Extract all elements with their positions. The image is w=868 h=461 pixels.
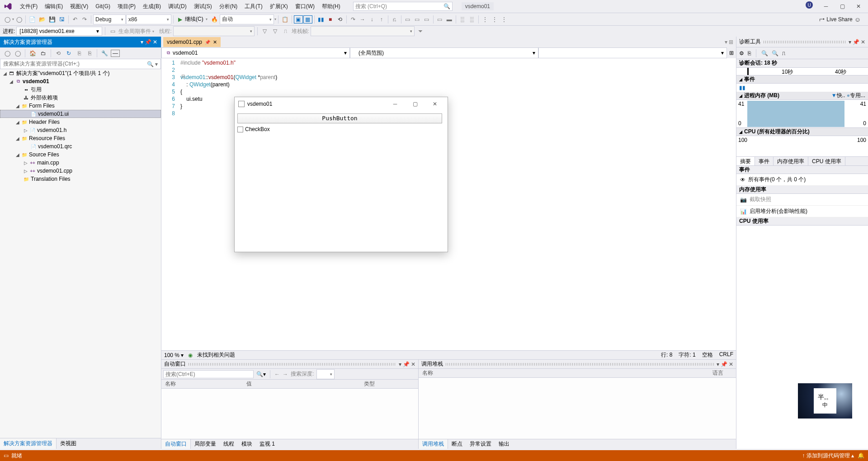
- tab-callstack[interactable]: 调用堆栈: [419, 439, 448, 449]
- nav-forward-icon[interactable]: ◯: [14, 14, 24, 24]
- resource-files-node[interactable]: Resource Files: [29, 135, 65, 141]
- project-node[interactable]: vsdemo01: [23, 78, 49, 85]
- tb-icon-m3[interactable]: ▭: [413, 14, 422, 24]
- sln-refresh-icon[interactable]: ↻: [64, 48, 73, 58]
- sln-i1-icon[interactable]: ⟲: [54, 48, 63, 58]
- col-type[interactable]: 类型: [360, 380, 378, 388]
- close-icon[interactable]: ✕: [411, 361, 415, 367]
- qrc-file[interactable]: vsdemo01.qrc: [38, 143, 72, 150]
- redo-icon[interactable]: ↷: [80, 14, 89, 24]
- tb-icon-m2[interactable]: ▭: [403, 14, 412, 24]
- restore-button[interactable]: ▢: [835, 1, 850, 11]
- app-close-button[interactable]: ✕: [426, 101, 444, 107]
- tb-icon-m1[interactable]: ⎌: [390, 14, 399, 24]
- undo-icon[interactable]: ↶: [71, 14, 80, 24]
- diag-tab-mem[interactable]: 内存使用率: [774, 157, 808, 165]
- menu-file[interactable]: 文件(F): [16, 1, 41, 12]
- refs-node[interactable]: 引用: [31, 86, 42, 94]
- notifications-icon[interactable]: 🔔: [858, 452, 864, 459]
- zoom-combo[interactable]: 100 % ▾: [164, 352, 184, 358]
- dropdown-icon[interactable]: ▾: [849, 39, 851, 45]
- checkbox-input[interactable]: [237, 127, 243, 132]
- menu-tools[interactable]: 工具(T): [241, 1, 266, 12]
- memory-chart[interactable]: 41 41 0 0: [736, 100, 868, 128]
- dropdown-icon[interactable]: ▾: [717, 361, 719, 367]
- app-maximize-button[interactable]: ▢: [406, 101, 424, 107]
- menu-edit[interactable]: 编辑(E): [41, 1, 66, 12]
- sln-scope-icon[interactable]: 🗀: [39, 48, 48, 58]
- save-all-icon[interactable]: 🖫: [57, 14, 66, 24]
- add-source-control[interactable]: ↑ 添加到源代码管理 ▴: [802, 452, 854, 460]
- zoom-out-icon[interactable]: 🔍: [772, 50, 778, 56]
- callstack-body[interactable]: [419, 378, 736, 439]
- close-icon[interactable]: ✕: [729, 361, 733, 367]
- close-panel-icon[interactable]: ✕: [153, 39, 157, 45]
- tb-icon-m4[interactable]: ▭: [422, 14, 431, 24]
- menu-analyze[interactable]: 分析(N): [216, 1, 241, 12]
- source-files-node[interactable]: Source Files: [29, 151, 59, 158]
- main-cpp-file[interactable]: main.cpp: [37, 160, 59, 166]
- nav-project-combo[interactable]: ⧉vsdemo01▾: [161, 47, 350, 58]
- dropdown-icon[interactable]: ▾: [399, 361, 401, 367]
- sln-props-icon[interactable]: 🔧: [100, 48, 109, 58]
- nav-scope-combo[interactable]: (全局范围)▾: [350, 47, 538, 58]
- cpu-chart[interactable]: 100 100: [736, 136, 868, 157]
- restart-icon[interactable]: ⟲: [335, 14, 344, 24]
- menu-debug[interactable]: 调试(D): [165, 1, 190, 12]
- sln-back-icon[interactable]: ◯: [3, 48, 12, 58]
- nav-back-icon[interactable]: ←: [274, 371, 280, 377]
- auto-combo[interactable]: 自动▾: [220, 14, 274, 24]
- fold-icon[interactable]: ⊟: [181, 74, 185, 79]
- select-tool-icon[interactable]: ⎘: [748, 50, 751, 56]
- tab-threads[interactable]: 线程: [220, 439, 238, 449]
- header-h-file[interactable]: vsdemo01.h: [37, 127, 66, 133]
- tab-autos[interactable]: 自动窗口: [161, 439, 191, 449]
- step-into-icon[interactable]: ↓: [368, 14, 377, 24]
- tab-breakpoints[interactable]: 断点: [448, 439, 466, 449]
- pushbutton[interactable]: PushButton: [237, 113, 442, 123]
- close-button[interactable]: ✕: [851, 1, 866, 11]
- demo-cpp-file[interactable]: vsdemo01.cpp: [37, 168, 72, 174]
- sln-i2-icon[interactable]: ⎘: [75, 48, 84, 58]
- menu-view[interactable]: 视图(V): [66, 1, 92, 12]
- config-combo[interactable]: Debug▾: [93, 14, 126, 24]
- filter-icon[interactable]: ▽: [260, 26, 269, 36]
- tab-solution-explorer[interactable]: 解决方案资源管理器: [0, 438, 57, 449]
- translation-node[interactable]: Translation Files: [31, 176, 71, 182]
- cpu-section[interactable]: CPU (所有处理器的百分比): [744, 128, 810, 136]
- events-section[interactable]: 事件: [744, 75, 755, 83]
- tb-icon-m5[interactable]: ▭: [435, 14, 444, 24]
- diag-tab-cpu[interactable]: CPU 使用率: [808, 157, 845, 165]
- pin-icon[interactable]: 📌: [403, 361, 410, 367]
- user-avatar[interactable]: U: [806, 1, 813, 9]
- menu-git[interactable]: Git(G): [92, 1, 114, 11]
- close-icon[interactable]: ✕: [861, 39, 865, 45]
- step-out-icon[interactable]: ↑: [377, 14, 386, 24]
- tb-icon-3[interactable]: ▦: [303, 15, 312, 24]
- solution-tree[interactable]: ◢🗔解决方案"vsdemo01"(1 个项目/共 1 个) ◢⧉vsdemo01…: [0, 69, 161, 438]
- tab-exceptions[interactable]: 异常设置: [466, 439, 495, 449]
- cs-col-lang[interactable]: 语言: [709, 369, 736, 377]
- autos-search-input[interactable]: [163, 370, 254, 378]
- menu-test[interactable]: 测试(S): [190, 1, 216, 12]
- cs-col-name[interactable]: 名称: [419, 369, 709, 377]
- tb-icon-m8[interactable]: ░: [467, 14, 476, 24]
- heap-row[interactable]: 📊启用堆分析(会影响性能): [736, 206, 868, 217]
- tb-icon-2[interactable]: ▣: [294, 15, 303, 24]
- close-tab-icon[interactable]: ✕: [213, 39, 217, 45]
- tab-locals[interactable]: 局部变量: [191, 439, 220, 449]
- stackframe-combo[interactable]: ▾: [311, 26, 415, 36]
- nav-back-icon[interactable]: ◯: [3, 14, 12, 24]
- menu-ext[interactable]: 扩展(X): [266, 1, 292, 12]
- start-debug-icon[interactable]: ▶: [175, 14, 184, 24]
- platform-combo[interactable]: x86▾: [126, 14, 171, 24]
- menu-window[interactable]: 窗口(W): [292, 1, 318, 12]
- col-name[interactable]: 名称: [161, 380, 243, 388]
- app-titlebar[interactable]: vsdemo01 ─ ▢ ✕: [235, 97, 448, 111]
- tab-output[interactable]: 输出: [495, 439, 513, 449]
- snapshot-row[interactable]: 📷截取快照: [736, 194, 868, 206]
- continue-label[interactable]: 继续(C): [185, 15, 203, 23]
- show-next-stmt-icon[interactable]: →: [358, 14, 367, 24]
- process-combo[interactable]: [18828] vsdemo01.exe▾: [16, 27, 102, 36]
- sln-fwd-icon[interactable]: ◯: [13, 48, 22, 58]
